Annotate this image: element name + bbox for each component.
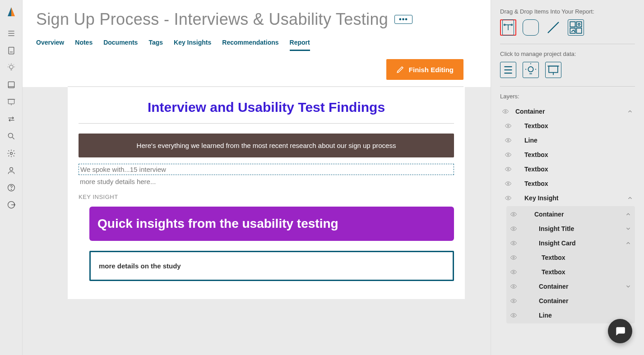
chevron-up-icon[interactable] [625,240,631,246]
eye-icon [510,312,517,319]
svg-rect-47 [549,66,558,73]
insert-line-tool[interactable] [545,19,561,36]
page-title: Sign Up Process - Interviews & Usability… [36,10,388,29]
eye-icon [505,122,512,129]
manage-presentation-tool[interactable] [545,62,561,78]
tab-key-insights[interactable]: Key Insights [174,39,211,51]
layer-insight-title[interactable]: Insight Title [508,221,633,236]
svg-point-63 [513,300,514,301]
svg-point-61 [513,271,514,272]
lightbulb-tool-icon [523,62,538,78]
chevron-up-icon[interactable] [625,211,631,217]
document-icon[interactable] [7,46,16,55]
eye-icon [505,166,512,173]
layer-textbox[interactable]: Textbox [508,250,633,265]
eye-icon [502,108,509,115]
search-icon[interactable] [7,132,16,141]
layer-container[interactable]: Container [508,207,633,221]
layer-textbox[interactable]: Textbox [508,265,633,279]
chevron-up-icon[interactable] [627,108,633,115]
eye-icon [510,211,517,218]
svg-line-13 [14,65,14,65]
list-tool-icon [500,62,516,78]
layer-textbox[interactable]: Textbox [500,148,635,162]
eye-icon [505,137,512,144]
layer-textbox[interactable]: Textbox [500,162,635,176]
eye-icon [510,297,517,304]
tab-documents[interactable]: Documents [103,39,138,51]
svg-point-42 [528,67,533,72]
svg-point-32 [511,24,513,26]
logout-icon[interactable] [7,200,16,209]
insight-title-box[interactable]: Quick insights from the usability testin… [89,207,454,241]
svg-point-53 [507,154,509,155]
svg-point-26 [11,189,11,190]
help-icon[interactable] [7,183,16,192]
svg-rect-5 [9,47,14,54]
gear-icon[interactable] [7,149,16,158]
intro-banner[interactable]: Here's everything we learned from the mo… [79,134,454,157]
report-canvas: Interview and Usability Test Findings He… [68,87,465,299]
layer-container[interactable]: Container [500,104,635,119]
insight-detail-box[interactable]: more details on the study [89,251,454,281]
layer-insight-card[interactable]: Insight Card [508,236,633,250]
tab-report[interactable]: Report [290,39,310,51]
chevron-down-icon[interactable] [625,283,631,290]
layer-container[interactable]: Container [508,294,633,308]
manage-insights-tool[interactable] [523,62,539,78]
svg-point-31 [504,24,505,26]
svg-point-21 [8,133,13,138]
finish-editing-button[interactable]: Finish Editing [386,59,463,80]
presentation-icon[interactable] [7,97,16,106]
line-icon [545,19,561,36]
layer-textbox[interactable]: Textbox [500,176,635,191]
key-insight-label: KEY INSIGHT [79,194,454,200]
book-icon[interactable] [7,80,16,89]
manage-data-label: Click to manage project data: [500,51,635,57]
lightbulb-icon[interactable] [7,63,16,72]
tab-notes[interactable]: Notes [75,39,93,51]
nav-tabs: Overview Notes Documents Tags Key Insigh… [23,39,491,51]
svg-point-7 [9,65,13,69]
chevron-down-icon[interactable] [625,226,631,232]
svg-point-56 [507,197,509,198]
study-summary-line-2[interactable]: more study details here... [79,178,454,185]
manage-list-tool[interactable] [500,62,516,78]
study-summary-line-1[interactable]: We spoke with...15 interview [79,164,454,175]
insert-media-tool[interactable] [568,19,584,36]
eye-icon [510,254,517,261]
tab-tags[interactable]: Tags [148,39,163,51]
report-title[interactable]: Interview and Usability Test Findings [79,100,454,115]
layer-key-insight[interactable]: Key Insight [500,191,635,205]
svg-rect-34 [570,22,575,27]
list-icon[interactable] [7,29,16,38]
layer-line[interactable]: Line [500,133,635,148]
app-logo[interactable] [6,6,17,17]
tab-overview[interactable]: Overview [36,39,64,51]
more-actions-button[interactable]: ••• [394,15,412,24]
chevron-up-icon[interactable] [627,195,633,201]
presentation-tool-icon [546,62,561,78]
svg-point-64 [513,314,514,316]
svg-line-33 [548,22,559,33]
media-grid-icon [568,20,584,35]
layer-container[interactable]: Container [508,279,633,294]
user-icon[interactable] [7,166,16,175]
layer-textbox[interactable]: Textbox [500,119,635,133]
svg-point-54 [507,168,509,170]
eye-icon [505,180,512,187]
insert-text-tool[interactable] [500,19,516,36]
report-canvas-scroll[interactable]: Interview and Usability Test Findings He… [23,87,491,355]
left-nav-rail [0,0,23,355]
tab-recommendations[interactable]: Recommendations [222,39,278,51]
svg-rect-16 [8,99,14,104]
transfer-icon[interactable] [7,115,16,124]
svg-point-50 [505,111,506,112]
insert-container-tool[interactable] [523,19,539,36]
eye-icon [505,151,512,158]
svg-line-12 [9,65,9,65]
svg-marker-1 [11,7,15,16]
eye-icon [510,225,517,232]
chat-widget-button[interactable] [608,319,632,343]
manage-tools-row [500,62,635,78]
